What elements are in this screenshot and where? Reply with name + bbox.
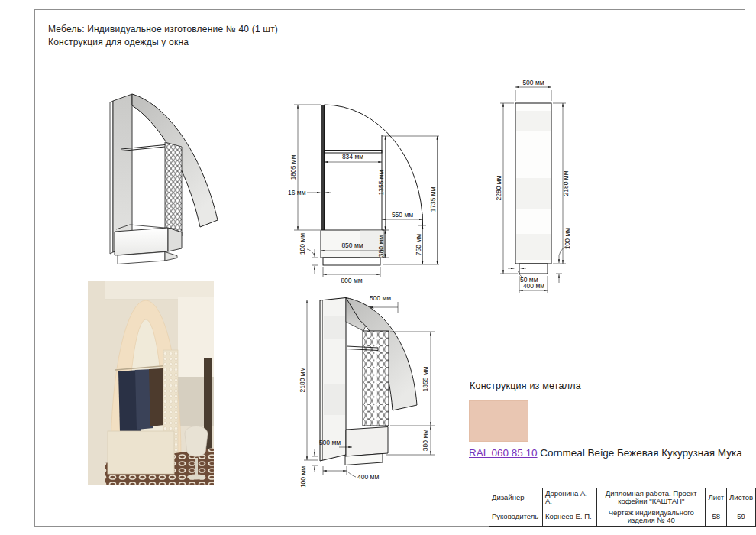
- dimension-label: 1355 мм: [377, 170, 385, 195]
- dimension-label: 100 мм: [299, 233, 306, 255]
- dimension-label: 100 мм: [564, 228, 571, 249]
- dimension-label: 16 мм: [288, 189, 306, 196]
- dimension-label: 500 мм: [319, 439, 341, 446]
- leader-curve: [307, 249, 314, 255]
- title-block-row2: Руководитель Корнеев Е. П. Чертёж индиви…: [489, 507, 756, 527]
- iso-panel-band: [324, 384, 345, 415]
- page-title-line1: Мебель: Индивидуальное изготовление № 40…: [48, 23, 278, 36]
- dimension-label: 500 мм: [522, 79, 544, 86]
- sheets-label: Листов: [727, 488, 756, 507]
- dimension-label: 800 мм: [341, 277, 362, 284]
- front-view-drawing: 1805 мм 16 мм 834 мм 1355 мм 380 мм 550 …: [284, 96, 454, 286]
- dimension-label: 834 мм: [342, 153, 363, 160]
- iso-panel-band: [324, 316, 345, 339]
- render-base-side: [168, 228, 182, 251]
- dimension-label: 2180 мм: [562, 170, 570, 196]
- side-band: [516, 111, 551, 131]
- designer-label: Дизайнер: [489, 488, 543, 507]
- dimension-label: 2180 мм: [299, 367, 306, 392]
- dimension-label: 500 мм: [370, 294, 391, 302]
- dimension-label: 1355 мм: [422, 366, 429, 391]
- dimension-label: 380 мм: [422, 430, 429, 451]
- side-plinth: [519, 264, 548, 274]
- leader-curve: [347, 472, 356, 477]
- sheet-label: Лист: [706, 488, 727, 507]
- dimension-label: 1805 мм: [289, 154, 297, 180]
- iso-base: [346, 427, 388, 457]
- drawing-title: Чертёж индивидуального изделия № 40: [597, 507, 706, 527]
- render-lattice-panel: [165, 142, 182, 236]
- iso-view-drawing: 500 мм 2180 мм 1355 мм 380 мм 500 мм 100…: [296, 293, 453, 495]
- supervisor-name: Корнеев Е. П.: [542, 507, 596, 527]
- side-band: [516, 178, 551, 209]
- dimension-label: 750 мм: [415, 234, 422, 255]
- sheets-total: 59: [727, 507, 756, 527]
- project-title: Дипломная работа. Проект кофейни "КАШТАН…: [597, 488, 706, 507]
- dimension-label: 380 мм: [377, 235, 385, 257]
- sheet-number: 58: [706, 507, 727, 527]
- color-swatch: [469, 400, 528, 442]
- iso-lattice-gap: [374, 331, 376, 426]
- photo-chair-stem: [195, 458, 199, 475]
- interior-photo: [88, 281, 214, 485]
- dimension-label: 400 мм: [357, 473, 379, 481]
- render-wall-edge: [110, 101, 113, 254]
- dimension-label: 2280 мм: [495, 175, 502, 200]
- side-view-drawing: 500 мм 2280 мм 2180 мм 100 мм 50 мм 400 …: [493, 75, 596, 298]
- side-band: [516, 234, 551, 260]
- dimension-label: 100 мм: [299, 466, 307, 488]
- photo-coat-brown: [149, 368, 164, 426]
- render-wall-panel: [113, 94, 132, 252]
- dimension-label: 1735 мм: [429, 186, 437, 212]
- page-title-line2: Конструкция для одежды у окна: [48, 36, 278, 49]
- photo-chair-base: [187, 475, 205, 480]
- ral-code-link[interactable]: RAL 060 85 10: [469, 447, 538, 459]
- designer-name: Доронина А. А.: [542, 488, 596, 507]
- render-base-front: [115, 228, 168, 255]
- render-3d-image: [86, 75, 234, 277]
- photo-chair-shell: [185, 426, 208, 457]
- photo-base-box: [108, 431, 174, 474]
- ral-color-name: Cornmeal Beige Бежевая Кукурузная Мука: [540, 447, 741, 459]
- ral-color-line: RAL 060 85 10 Cornmeal Beige Бежевая Кук…: [469, 447, 742, 459]
- dimension-label: 850 мм: [341, 242, 363, 249]
- front-plinth: [323, 258, 380, 265]
- supervisor-label: Руководитель: [489, 507, 543, 527]
- title-block-row1: Дизайнер Доронина А. А. Дипломная работа…: [489, 488, 756, 507]
- front-left-wall: [321, 105, 325, 230]
- material-label: Конструкция из металла: [470, 381, 581, 391]
- front-arc: [325, 105, 423, 225]
- title-block-table: Дизайнер Доронина А. А. Дипломная работа…: [489, 488, 756, 527]
- dimension-label: 400 мм: [523, 282, 544, 290]
- render-plinth-side: [165, 252, 177, 261]
- page-title: Мебель: Индивидуальное изготовление № 40…: [48, 23, 278, 49]
- drawing-sheet: Мебель: Индивидуальное изготовление № 40…: [0, 0, 756, 535]
- dimension-label: 550 мм: [392, 211, 413, 219]
